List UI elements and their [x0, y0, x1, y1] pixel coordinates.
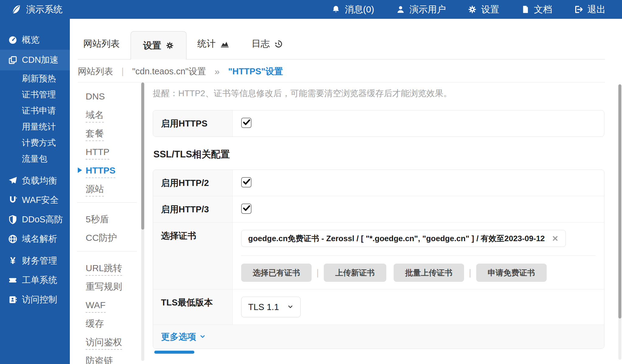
brand[interactable]: 演示系统	[10, 3, 63, 16]
settings-label: 设置	[481, 3, 499, 16]
submenu-item-cache[interactable]: 缓存	[86, 318, 138, 329]
notice-text: 提醒：HTTP2、证书等信息修改后，可能需要清空浏览器缓存后才能浏览效果。	[153, 88, 604, 99]
sidebar-item-access-control[interactable]: 访问控制	[0, 290, 70, 309]
sidebar-item-label: 概览	[22, 34, 39, 46]
ticket-icon	[7, 275, 18, 285]
settings-button[interactable]: 设置	[468, 3, 499, 16]
cert-badge-text: goedge.cn免费证书 - Zerossl / [ "*.goedge.cn…	[248, 234, 545, 243]
submenu-item-auth[interactable]: 访问鉴权	[86, 337, 138, 347]
save-button-partial[interactable]	[154, 351, 194, 354]
sidebar: 概览 CDN加速 刷新预热 证书管理 证书申请 用量统计 计费方式 流量包 负载…	[0, 19, 70, 364]
tab-logs[interactable]: 日志	[241, 38, 294, 59]
tls-version-select[interactable]: TLS 1.1	[241, 297, 301, 317]
submenu-item-plan[interactable]: 套餐	[86, 128, 138, 139]
cert-action-buttons: 选择已有证书 | 上传新证书 批量上传证书 | 申请免费证书	[241, 264, 596, 282]
magnet-icon	[7, 195, 18, 205]
yen-icon: ¥	[7, 255, 18, 266]
button-separator: |	[316, 268, 319, 278]
breadcrumb-site-list[interactable]: 网站列表	[78, 66, 113, 78]
submenu-item-cc-protection[interactable]: CC防护	[86, 233, 138, 243]
tab-settings[interactable]: 设置	[131, 31, 186, 59]
upload-new-cert-button[interactable]: 上传新证书	[324, 264, 386, 282]
choose-existing-cert-button[interactable]: 选择已有证书	[241, 264, 312, 282]
enable-http2-row: 启用HTTP/2	[153, 170, 604, 196]
paper-plane-icon	[7, 176, 18, 186]
tls-version-value: TLS 1.1	[248, 302, 279, 312]
tab-site-list[interactable]: 网站列表	[78, 38, 131, 59]
ssl-tls-table: 启用HTTP/2 启用HTTP/3	[153, 170, 604, 349]
sidebar-item-traffic-package[interactable]: 流量包	[0, 151, 70, 167]
sidebar-item-finance[interactable]: ¥ 财务管理	[0, 251, 70, 271]
submenu-scrollbar-thumb[interactable]	[141, 83, 144, 230]
sidebar-item-ddos[interactable]: DDoS高防	[0, 210, 70, 229]
logout-button[interactable]: 退出	[574, 3, 606, 16]
messages-button[interactable]: 消息(0)	[331, 3, 374, 16]
sidebar-item-cert-manage[interactable]: 证书管理	[0, 86, 70, 103]
breadcrumb-current: "HTTPS"设置	[228, 66, 283, 78]
sidebar-item-label: DDoS高防	[22, 214, 63, 226]
sidebar-item-cdn[interactable]: CDN加速	[0, 50, 70, 70]
selected-cert-badge: goedge.cn免费证书 - Zerossl / [ "*.goedge.cn…	[241, 230, 566, 247]
sidebar-item-dns[interactable]: 域名解析	[0, 229, 70, 249]
enable-https-row: 启用HTTPS	[153, 110, 604, 136]
select-cert-row: 选择证书 goedge.cn免费证书 - Zerossl / [ "*.goed…	[153, 222, 604, 289]
sidebar-item-waf[interactable]: WAF安全	[0, 190, 70, 210]
submenu-item-domain[interactable]: 域名	[86, 110, 138, 120]
submenu-item-waf[interactable]: WAF	[86, 300, 138, 310]
sidebar-item-label: 财务管理	[22, 255, 57, 267]
sidebar-item-overview[interactable]: 概览	[0, 30, 70, 50]
tab-bar: 网站列表 设置 统计 日志	[78, 26, 605, 59]
user-menu[interactable]: 演示用户	[396, 3, 446, 16]
breadcrumb-separator: |	[121, 66, 124, 76]
tab-statistics[interactable]: 统计	[186, 38, 241, 59]
sidebar-item-cert-apply[interactable]: 证书申请	[0, 103, 70, 119]
more-options-label: 更多选项	[161, 332, 196, 342]
history-icon	[274, 39, 283, 49]
topbar-menu: 消息(0) 演示用户 设置 文档	[331, 3, 606, 16]
check-icon	[242, 119, 251, 127]
submenu-item-5s-shield[interactable]: 5秒盾	[86, 214, 138, 224]
sidebar-item-usage-stats[interactable]: 用量统计	[0, 119, 70, 135]
messages-label: 消息(0)	[345, 3, 374, 16]
apply-free-cert-button[interactable]: 申请免费证书	[476, 264, 547, 282]
gear-icon	[166, 41, 174, 50]
sidebar-item-billing-method[interactable]: 计费方式	[0, 135, 70, 151]
more-options-link[interactable]: 更多选项	[161, 332, 206, 342]
copy-icon	[7, 55, 18, 65]
tab-label: 设置	[143, 39, 161, 52]
submenu-item-url-redirect[interactable]: URL跳转	[86, 263, 138, 273]
submenu-divider	[77, 251, 137, 251]
tls-min-version-label: TLS最低版本	[153, 289, 233, 325]
sidebar-item-purge[interactable]: 刷新预热	[0, 70, 70, 86]
https-settings-form: 提醒：HTTP2、证书等信息修改后，可能需要清空浏览器缓存后才能浏览效果。 启用…	[153, 88, 604, 349]
section-title: SSL/TLS相关配置	[153, 149, 604, 160]
chevron-down-icon	[199, 332, 206, 342]
cert-actions-divider	[241, 255, 596, 256]
sidebar-item-load-balancer[interactable]: 负载均衡	[0, 171, 70, 190]
submenu-item-http[interactable]: HTTP	[86, 147, 138, 157]
docs-label: 文档	[534, 3, 552, 16]
check-icon	[242, 205, 251, 213]
enable-http2-checkbox[interactable]	[241, 177, 251, 187]
submenu-item-dns[interactable]: DNS	[86, 91, 138, 102]
tab-label: 网站列表	[83, 38, 120, 50]
sidebar-item-label: WAF安全	[22, 194, 59, 206]
enable-http3-row: 启用HTTP/3	[153, 196, 604, 222]
batch-upload-cert-button[interactable]: 批量上传证书	[394, 264, 464, 282]
submenu-divider	[77, 202, 137, 203]
enable-http3-checkbox[interactable]	[241, 204, 251, 214]
submenu-item-origin[interactable]: 源站	[86, 184, 138, 194]
leaf-logo-icon	[10, 4, 21, 15]
enable-https-checkbox[interactable]	[241, 118, 251, 128]
enable-http2-label: 启用HTTP/2	[153, 170, 233, 196]
breadcrumb-site-settings[interactable]: "cdn.teaos.cn"设置	[132, 66, 206, 78]
submenu-item-rewrite-rules[interactable]: 重写规则	[86, 281, 138, 292]
docs-button[interactable]: 文档	[521, 3, 552, 16]
area-chart-icon	[220, 39, 230, 49]
breadcrumb: 网站列表 | "cdn.teaos.cn"设置 » "HTTPS"设置	[78, 61, 605, 83]
remove-cert-icon[interactable]	[552, 235, 559, 242]
page-scrollbar-thumb[interactable]	[618, 84, 621, 318]
submenu-item-hotlink[interactable]: 防盗链	[86, 356, 138, 364]
submenu-item-https[interactable]: HTTPS	[86, 165, 138, 176]
sidebar-item-tickets[interactable]: 工单系统	[0, 271, 70, 290]
